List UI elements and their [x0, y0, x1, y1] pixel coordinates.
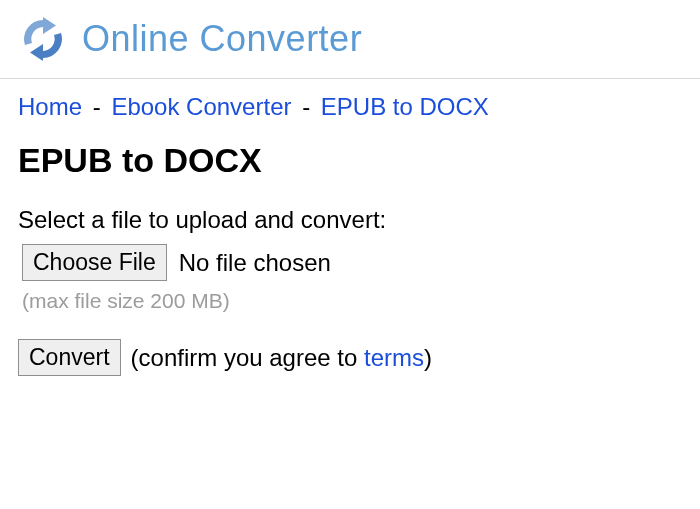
refresh-icon	[18, 14, 68, 64]
file-size-hint: (max file size 200 MB)	[22, 289, 682, 313]
agree-prefix: (confirm you agree to	[131, 344, 364, 371]
file-status-text: No file chosen	[179, 249, 331, 277]
breadcrumb-separator: -	[93, 93, 101, 120]
breadcrumb-separator: -	[302, 93, 310, 120]
convert-row: Convert (confirm you agree to terms)	[18, 339, 682, 376]
agree-text: (confirm you agree to terms)	[131, 344, 432, 372]
site-header: Online Converter	[0, 0, 700, 79]
file-input-row: Choose File No file chosen	[22, 244, 682, 281]
page-title: EPUB to DOCX	[18, 141, 682, 180]
breadcrumb: Home - Ebook Converter - EPUB to DOCX	[18, 93, 682, 121]
choose-file-button[interactable]: Choose File	[22, 244, 167, 281]
upload-prompt: Select a file to upload and convert:	[18, 206, 682, 234]
breadcrumb-home-link[interactable]: Home	[18, 93, 82, 120]
agree-suffix: )	[424, 344, 432, 371]
convert-button[interactable]: Convert	[18, 339, 121, 376]
breadcrumb-page-link[interactable]: EPUB to DOCX	[321, 93, 489, 120]
site-title: Online Converter	[82, 18, 362, 60]
breadcrumb-section-link[interactable]: Ebook Converter	[111, 93, 291, 120]
main-content: Home - Ebook Converter - EPUB to DOCX EP…	[0, 79, 700, 390]
terms-link[interactable]: terms	[364, 344, 424, 371]
